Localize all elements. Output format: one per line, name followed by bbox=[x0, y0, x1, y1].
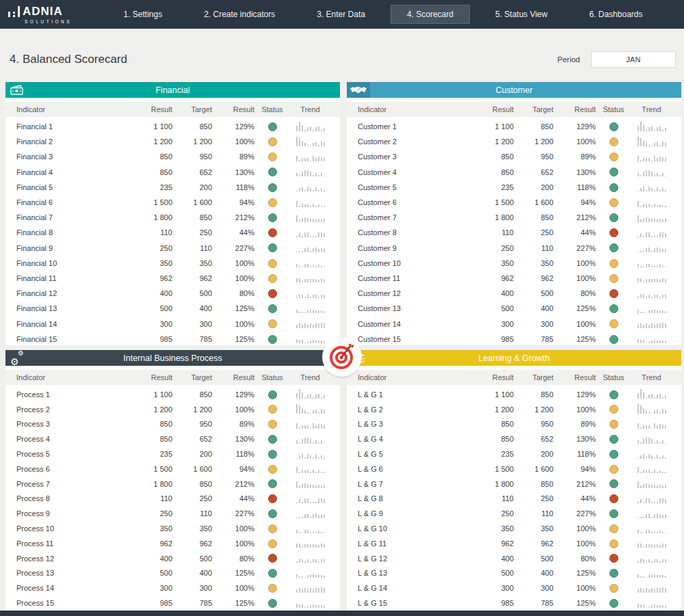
trend-cell bbox=[290, 166, 330, 178]
result-pct-value: 118% bbox=[212, 183, 254, 191]
status-dot-red bbox=[268, 494, 277, 503]
indicator-name: Process 6 bbox=[16, 465, 131, 473]
table-row: Financial 385095089% bbox=[5, 149, 340, 164]
result-pct-value: 227% bbox=[553, 244, 596, 252]
result-pct-value: 125% bbox=[212, 304, 254, 312]
target-value: 950 bbox=[514, 152, 553, 161]
trend-sparkline bbox=[637, 272, 666, 282]
target-value: 110 bbox=[514, 244, 553, 252]
bottom-bar bbox=[0, 611, 684, 616]
status-cell bbox=[596, 569, 631, 578]
table-row: Customer 15985785125% bbox=[347, 332, 681, 345]
table-row: Financial 21 2001 200100% bbox=[5, 134, 340, 149]
trend-sparkline bbox=[296, 582, 325, 593]
trend-sparkline bbox=[637, 598, 666, 608]
result-value: 985 bbox=[131, 335, 172, 343]
result-pct-value: 125% bbox=[212, 569, 254, 577]
indicator-name: L & G 12 bbox=[358, 554, 473, 563]
status-dot-green bbox=[609, 435, 618, 444]
result-pct-value: 89% bbox=[553, 420, 596, 428]
nav-tab-5[interactable]: 5. Status View bbox=[479, 5, 564, 24]
target-value: 950 bbox=[172, 152, 212, 161]
result-value: 850 bbox=[131, 420, 172, 428]
result-value: 500 bbox=[131, 304, 172, 312]
target-value: 785 bbox=[172, 599, 212, 607]
table-row: L & G 11962962100% bbox=[347, 536, 681, 551]
status-cell bbox=[254, 152, 290, 162]
target-value: 250 bbox=[514, 494, 553, 503]
indicator-name: L & G 14 bbox=[358, 584, 473, 592]
status-dot-green bbox=[268, 599, 277, 608]
trend-cell bbox=[290, 478, 330, 490]
trend-cell bbox=[290, 537, 330, 549]
indicator-name: Process 1 bbox=[16, 390, 131, 399]
nav-tab-4[interactable]: 4. Scorecard bbox=[391, 5, 470, 24]
col-indicator: Indicator bbox=[358, 373, 473, 381]
status-dot-green bbox=[609, 390, 618, 399]
col-result: Result bbox=[131, 105, 172, 113]
result-pct-value: 44% bbox=[212, 228, 254, 237]
status-cell bbox=[254, 464, 290, 474]
indicator-name: Customer 2 bbox=[358, 137, 473, 146]
trend-sparkline bbox=[296, 448, 325, 459]
result-value: 350 bbox=[131, 524, 172, 533]
status-cell bbox=[254, 494, 290, 504]
status-dot-yellow bbox=[268, 524, 277, 533]
result-value: 350 bbox=[131, 259, 172, 267]
indicator-name: Financial 10 bbox=[16, 259, 131, 267]
target-value: 850 bbox=[172, 480, 212, 488]
status-cell bbox=[254, 213, 290, 222]
result-value: 1 800 bbox=[473, 213, 514, 222]
result-pct-value: 100% bbox=[212, 539, 254, 548]
result-value: 400 bbox=[473, 554, 514, 563]
status-cell bbox=[596, 434, 631, 444]
status-cell bbox=[254, 304, 290, 314]
table-row: Customer 13500400125% bbox=[347, 301, 681, 316]
table-row: L & G 14300300100% bbox=[347, 580, 681, 595]
nav-tab-6[interactable]: 6. Dashboards bbox=[573, 5, 659, 24]
period-value-dropdown[interactable]: JAN bbox=[591, 51, 676, 68]
indicator-name: Process 13 bbox=[16, 569, 131, 577]
status-cell bbox=[254, 258, 290, 268]
nav-tab-2[interactable]: 2. Create indicators bbox=[187, 5, 291, 24]
target-value: 400 bbox=[514, 569, 553, 577]
table-row: Customer 811025044% bbox=[347, 225, 681, 240]
trend-sparkline bbox=[296, 598, 325, 608]
status-cell bbox=[596, 213, 631, 222]
indicator-name: Financial 14 bbox=[16, 320, 131, 328]
table-row: Financial 811025044% bbox=[5, 225, 340, 240]
status-cell bbox=[254, 479, 290, 489]
status-dot-yellow bbox=[609, 259, 618, 268]
status-dot-green bbox=[268, 183, 277, 192]
status-cell bbox=[596, 168, 631, 177]
scorecard-panel-customer: Customer bbox=[347, 82, 681, 345]
nav-tab-1[interactable]: 1. Settings bbox=[107, 5, 179, 24]
result-value: 850 bbox=[473, 168, 514, 176]
trend-sparkline bbox=[296, 303, 325, 313]
table-row: Process 11962962100% bbox=[5, 536, 340, 551]
result-pct-value: 118% bbox=[553, 183, 596, 191]
trend-cell bbox=[631, 598, 672, 609]
table-row: Customer 10350350100% bbox=[347, 256, 681, 271]
status-dot-green bbox=[609, 335, 618, 344]
trend-sparkline bbox=[296, 478, 325, 488]
status-cell bbox=[596, 509, 631, 518]
trend-cell bbox=[290, 433, 330, 445]
status-dot-green bbox=[268, 569, 277, 578]
table-row: Process 9250110227% bbox=[5, 506, 340, 521]
table-row: Process 385095089% bbox=[5, 417, 340, 432]
bar-chart-logo-icon bbox=[13, 10, 15, 17]
col-status: Status bbox=[254, 105, 290, 113]
result-value: 985 bbox=[473, 599, 514, 607]
table-row: Process 71 800850212% bbox=[5, 477, 340, 492]
target-value: 200 bbox=[172, 450, 212, 458]
table-row: Financial 1240050080% bbox=[5, 286, 340, 301]
status-cell bbox=[596, 464, 631, 474]
nav-tab-3[interactable]: 3. Enter Data bbox=[300, 5, 382, 24]
trend-cell bbox=[290, 197, 330, 209]
bar-chart-logo-icon bbox=[18, 5, 20, 17]
status-dot-yellow bbox=[268, 152, 277, 161]
trend-sparkline bbox=[296, 433, 325, 444]
panel-title: Customer bbox=[347, 85, 681, 95]
status-cell bbox=[254, 524, 290, 533]
